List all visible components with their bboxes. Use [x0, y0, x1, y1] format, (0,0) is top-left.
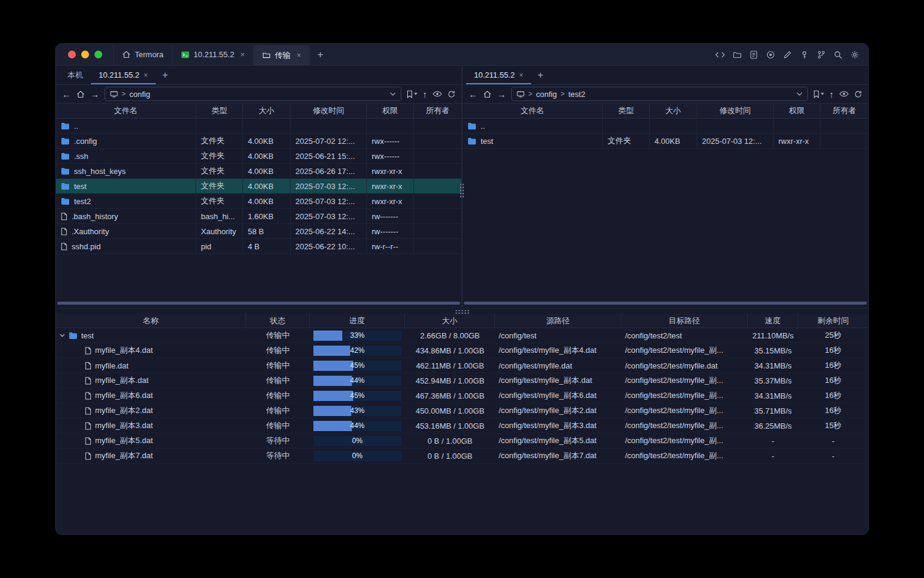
column-header[interactable]: 类型: [196, 104, 243, 118]
column-header[interactable]: 速度: [748, 314, 798, 328]
forward-button[interactable]: →: [497, 90, 506, 99]
column-header[interactable]: 名称: [56, 314, 246, 328]
table-row[interactable]: .ssh 文件夹 4.00KB 2025-06-21 15:... rwx---…: [56, 149, 461, 164]
file-owner: [821, 119, 868, 133]
transfer-row[interactable]: myfile_副本5.dat 等待中 0% 0 B / 1.00GB /conf…: [56, 434, 868, 449]
column-header[interactable]: 进度: [310, 314, 405, 328]
close-window-button[interactable]: [68, 51, 76, 58]
bookmark-button[interactable]: [407, 90, 417, 98]
breadcrumb-segment[interactable]: config: [129, 90, 150, 99]
table-row[interactable]: ..: [463, 119, 868, 134]
column-header[interactable]: 类型: [603, 104, 650, 118]
file-type: 文件夹: [196, 134, 243, 148]
upload-button[interactable]: ↑: [423, 90, 428, 99]
table-row[interactable]: .bash_history bash_hi... 1.60KB 2025-07-…: [56, 209, 461, 224]
close-tab-icon[interactable]: ×: [240, 50, 245, 59]
panel-tab[interactable]: 10.211.55.2 ×: [91, 66, 156, 84]
transfer-row[interactable]: myfile_副本2.dat 传输中 43% 450.00MB / 1.00GB…: [56, 403, 868, 418]
show-hidden-button[interactable]: [839, 91, 849, 97]
breadcrumb[interactable]: >config: [105, 87, 401, 101]
folder-icon[interactable]: [732, 50, 742, 60]
column-header[interactable]: 大小: [243, 104, 291, 118]
table-row[interactable]: .Xauthority Xauthority 58 B 2025-06-22 1…: [56, 224, 461, 239]
table-row[interactable]: sshd.pid pid 4 B 2025-06-22 10:... rw-r-…: [56, 239, 461, 254]
column-header[interactable]: 大小: [405, 314, 495, 328]
close-tab-icon[interactable]: ×: [519, 71, 523, 79]
file-icon: [61, 213, 67, 220]
column-header[interactable]: 文件名: [56, 104, 196, 118]
right-file-table: .. test 文件夹 4.00KB 2025-07-03 12:... rwx…: [463, 119, 868, 308]
transfer-row[interactable]: myfile_副本3.dat 传输中 44% 453.16MB / 1.00GB…: [56, 418, 868, 434]
chevron-down-icon[interactable]: [796, 92, 802, 96]
branch-icon[interactable]: [816, 50, 826, 60]
chevron-down-icon[interactable]: [390, 92, 396, 96]
search-icon[interactable]: [833, 50, 843, 60]
key-icon[interactable]: [799, 50, 809, 60]
forward-button[interactable]: →: [90, 90, 99, 99]
minimize-window-button[interactable]: [81, 51, 89, 58]
close-tab-icon[interactable]: ×: [144, 71, 148, 79]
dropdown-arrow-icon: [414, 93, 417, 95]
refresh-button[interactable]: [448, 90, 455, 98]
record-icon[interactable]: [766, 50, 775, 60]
panel-tab[interactable]: 10.211.55.2 ×: [466, 66, 531, 84]
transfer-row[interactable]: myfile.dat 传输中 45% 462.11MB / 1.00GB /co…: [56, 358, 868, 373]
breadcrumb-segment[interactable]: test2: [568, 90, 585, 99]
file-owner: [414, 134, 461, 148]
table-row[interactable]: ..: [56, 119, 461, 134]
column-header[interactable]: 所有者: [414, 104, 461, 118]
table-row[interactable]: .config 文件夹 4.00KB 2025-07-02 12:... rwx…: [56, 134, 461, 149]
table-row[interactable]: test2 文件夹 4.00KB 2025-07-03 12:... rwxr-…: [56, 194, 461, 209]
column-header[interactable]: 权限: [774, 104, 821, 118]
new-tab-button[interactable]: +: [310, 44, 331, 65]
column-header[interactable]: 源路径: [495, 314, 621, 328]
breadcrumb-segment[interactable]: config: [536, 90, 557, 99]
column-header[interactable]: 大小: [650, 104, 697, 118]
close-tab-icon[interactable]: ×: [297, 51, 301, 60]
tab-transfer[interactable]: 传输 ×: [254, 45, 310, 65]
column-header[interactable]: 修改时间: [291, 104, 367, 118]
splitter-handle[interactable]: [455, 309, 469, 314]
transfer-row[interactable]: myfile_副本4.dat 传输中 42% 434.86MB / 1.00GB…: [56, 343, 868, 358]
column-header[interactable]: 修改时间: [697, 104, 774, 118]
column-header[interactable]: 状态: [246, 314, 310, 328]
maximize-window-button[interactable]: [94, 51, 102, 58]
column-header[interactable]: 目标路径: [621, 314, 748, 328]
transfer-speed: 35.71MB/s: [748, 403, 798, 418]
settings-icon[interactable]: [850, 50, 860, 60]
table-row[interactable]: test 文件夹 4.00KB 2025-07-03 12:... rwxr-x…: [463, 134, 868, 149]
edit-icon[interactable]: [783, 50, 792, 60]
transfer-splitter[interactable]: [56, 308, 868, 314]
tab-termora[interactable]: Termora: [113, 44, 173, 65]
refresh-button[interactable]: [854, 90, 862, 98]
transfer-remaining-time: 16秒: [798, 388, 868, 403]
table-row[interactable]: ssh_host_keys 文件夹 4.00KB 2025-06-26 17:.…: [56, 164, 461, 179]
upload-button[interactable]: ↑: [830, 90, 834, 99]
table-row[interactable]: test 文件夹 4.00KB 2025-07-03 12:... rwxr-x…: [56, 179, 461, 194]
transfer-row[interactable]: myfile_副本6.dat 传输中 45% 467.36MB / 1.00GB…: [56, 388, 868, 403]
show-hidden-button[interactable]: [433, 91, 442, 97]
column-header[interactable]: 所有者: [821, 104, 868, 118]
expand-chevron-icon[interactable]: [60, 334, 65, 337]
tab-host[interactable]: 10.211.55.2 ×: [173, 44, 254, 65]
home-button[interactable]: [76, 90, 85, 98]
transfer-row[interactable]: test 传输中 33% 2.66GB / 8.00GB /config/tes…: [56, 328, 868, 343]
panel-tab[interactable]: 本机: [60, 66, 91, 84]
progress-bar: 0%: [313, 436, 401, 446]
notes-icon[interactable]: [749, 50, 759, 60]
back-button[interactable]: ←: [469, 90, 478, 99]
home-button[interactable]: [483, 90, 491, 98]
new-panel-tab-button[interactable]: +: [531, 66, 550, 84]
new-panel-tab-button[interactable]: +: [156, 66, 174, 84]
bookmark-button[interactable]: [813, 90, 824, 98]
column-header[interactable]: 文件名: [463, 104, 603, 118]
horizontal-scrollbar[interactable]: [464, 302, 867, 305]
breadcrumb[interactable]: >config>test2: [511, 87, 808, 101]
column-header[interactable]: 剩余时间: [798, 314, 868, 328]
transfer-row[interactable]: myfile_副本.dat 传输中 44% 452.94MB / 1.00GB …: [56, 373, 868, 388]
column-header[interactable]: 权限: [367, 104, 414, 118]
back-button[interactable]: ←: [62, 90, 71, 99]
horizontal-scrollbar[interactable]: [57, 302, 460, 305]
transfer-row[interactable]: myfile_副本7.dat 等待中 0% 0 B / 1.00GB /conf…: [56, 449, 868, 464]
code-icon[interactable]: [715, 50, 725, 60]
